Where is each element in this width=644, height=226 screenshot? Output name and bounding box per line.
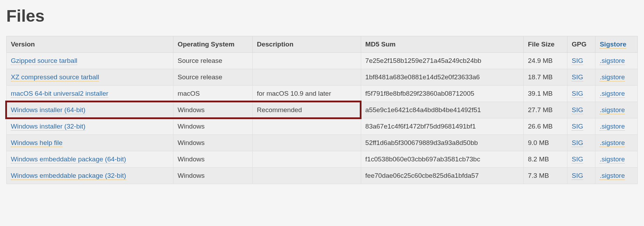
file-os: Source release bbox=[173, 69, 253, 86]
gpg-sig-link[interactable]: SIG bbox=[572, 139, 583, 147]
file-md5: 7e25e2f158b1259e271a45a249cb24bb bbox=[361, 53, 523, 69]
sigstore-link[interactable]: .sigstore bbox=[600, 155, 625, 163]
file-description bbox=[252, 135, 361, 151]
file-version-link[interactable]: macOS 64-bit universal2 installer bbox=[11, 90, 108, 98]
page-title: Files bbox=[6, 6, 638, 25]
sigstore-link[interactable]: .sigstore bbox=[600, 172, 625, 180]
file-os: Windows bbox=[173, 118, 253, 135]
table-row: XZ compressed source tarballSource relea… bbox=[7, 69, 638, 86]
sigstore-link[interactable]: .sigstore bbox=[600, 73, 625, 81]
header-gpg: GPG bbox=[567, 36, 595, 53]
file-md5: a55e9c1e6421c84a4bd8b4be41492f51 bbox=[361, 102, 523, 118]
file-size: 7.3 MB bbox=[524, 168, 567, 184]
file-size: 27.7 MB bbox=[524, 102, 567, 118]
header-description: Description bbox=[252, 36, 361, 53]
table-row: Windows installer (64-bit)WindowsRecomme… bbox=[7, 102, 638, 118]
sigstore-link[interactable]: .sigstore bbox=[600, 123, 625, 131]
files-table-wrap: Version Operating System Description MD5… bbox=[6, 36, 638, 184]
gpg-sig-link[interactable]: SIG bbox=[572, 106, 583, 114]
file-size: 39.1 MB bbox=[524, 86, 567, 102]
gpg-sig-link[interactable]: SIG bbox=[572, 90, 583, 98]
sigstore-link[interactable]: .sigstore bbox=[600, 106, 625, 114]
file-version-link[interactable]: Windows embeddable package (32-bit) bbox=[11, 172, 126, 180]
file-md5: fee70dae06c25c60cbe825d6a1bfda57 bbox=[361, 168, 523, 184]
file-md5: 1bf8481a683e0881e14d52e0f23633a6 bbox=[361, 69, 523, 86]
table-row: Windows embeddable package (64-bit)Windo… bbox=[7, 151, 638, 168]
file-size: 24.9 MB bbox=[524, 53, 567, 69]
file-description bbox=[252, 151, 361, 168]
sigstore-header-link[interactable]: Sigstore bbox=[600, 41, 626, 49]
file-description bbox=[252, 168, 361, 184]
file-version-link[interactable]: Windows embeddable package (64-bit) bbox=[11, 155, 126, 163]
file-version-link[interactable]: XZ compressed source tarball bbox=[11, 73, 99, 81]
file-description bbox=[252, 53, 361, 69]
file-os: Source release bbox=[173, 53, 253, 69]
file-os: Windows bbox=[173, 135, 253, 151]
table-row: Windows installer (32-bit)Windows83a67e1… bbox=[7, 118, 638, 135]
gpg-sig-link[interactable]: SIG bbox=[572, 155, 583, 163]
header-size: File Size bbox=[524, 36, 567, 53]
files-header-row: Version Operating System Description MD5… bbox=[7, 36, 638, 53]
file-size: 18.7 MB bbox=[524, 69, 567, 86]
header-os: Operating System bbox=[173, 36, 253, 53]
file-version-link[interactable]: Gzipped source tarball bbox=[11, 57, 77, 65]
file-md5: f5f791f8e8bfb829f23860ab08712005 bbox=[361, 86, 523, 102]
file-description bbox=[252, 118, 361, 135]
table-row: macOS 64-bit universal2 installermacOSfo… bbox=[7, 86, 638, 102]
sigstore-link[interactable]: .sigstore bbox=[600, 57, 625, 65]
header-version: Version bbox=[7, 36, 173, 53]
file-size: 9.0 MB bbox=[524, 135, 567, 151]
sigstore-link[interactable]: .sigstore bbox=[600, 90, 625, 98]
header-md5: MD5 Sum bbox=[361, 36, 523, 53]
gpg-sig-link[interactable]: SIG bbox=[572, 73, 583, 81]
file-description: for macOS 10.9 and later bbox=[252, 86, 361, 102]
file-size: 26.6 MB bbox=[524, 118, 567, 135]
gpg-sig-link[interactable]: SIG bbox=[572, 57, 583, 65]
file-md5: f1c0538b060e03cbb697ab3581cb73bc bbox=[361, 151, 523, 168]
file-description: Recommended bbox=[252, 102, 361, 118]
table-row: Gzipped source tarballSource release7e25… bbox=[7, 53, 638, 69]
gpg-sig-link[interactable]: SIG bbox=[572, 123, 583, 131]
file-os: Windows bbox=[173, 151, 253, 168]
table-row: Windows help fileWindows52ff1d6ab5f30067… bbox=[7, 135, 638, 151]
file-size: 8.2 MB bbox=[524, 151, 567, 168]
file-os: Windows bbox=[173, 102, 253, 118]
file-md5: 52ff1d6ab5f300679889d3a93a8d50bb bbox=[361, 135, 523, 151]
file-os: Windows bbox=[173, 168, 253, 184]
file-version-link[interactable]: Windows help file bbox=[11, 139, 63, 147]
file-md5: 83a67e1c4f6f1472bf75dd9681491bf1 bbox=[361, 118, 523, 135]
files-table: Version Operating System Description MD5… bbox=[6, 36, 638, 184]
sigstore-link[interactable]: .sigstore bbox=[600, 139, 625, 147]
file-version-link[interactable]: Windows installer (64-bit) bbox=[11, 106, 85, 114]
file-os: macOS bbox=[173, 86, 253, 102]
gpg-sig-link[interactable]: SIG bbox=[572, 172, 583, 180]
header-sigstore: Sigstore bbox=[595, 36, 638, 53]
file-description bbox=[252, 69, 361, 86]
file-version-link[interactable]: Windows installer (32-bit) bbox=[11, 123, 85, 131]
table-row: Windows embeddable package (32-bit)Windo… bbox=[7, 168, 638, 184]
